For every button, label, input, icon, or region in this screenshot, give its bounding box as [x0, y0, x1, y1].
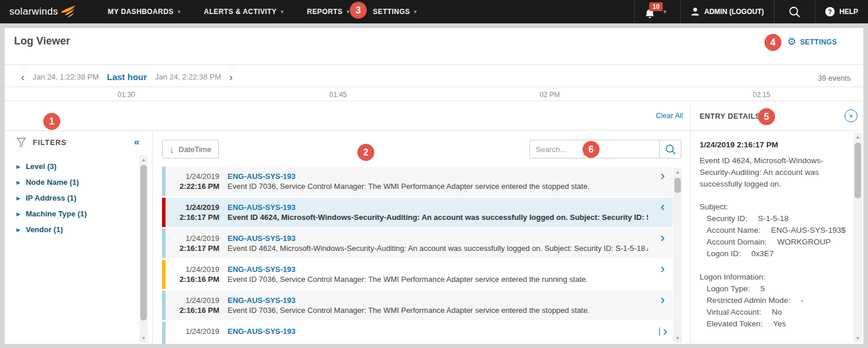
nav-my-dashboards[interactable]: MY DASHBOARDS ▾: [96, 0, 192, 23]
chevron-left-icon[interactable]: ‹: [653, 198, 673, 227]
solarwinds-logo[interactable]: solarwinds: [0, 0, 82, 23]
timeline-tick: 02:15: [753, 91, 770, 99]
solarwinds-flame-icon: [60, 5, 76, 18]
settings-label: SETTINGS: [800, 38, 837, 46]
nav-item-label: ALERTS & ACTIVITY: [204, 8, 277, 16]
events-count: 39 events: [818, 74, 850, 82]
scroll-up-icon[interactable]: ▲: [853, 135, 862, 140]
nav-item-label: MY DASHBOARDS: [108, 8, 173, 16]
scroll-down-icon[interactable]: ▼: [853, 336, 862, 341]
divider: [5, 87, 863, 87]
gear-icon: ⚙: [787, 37, 797, 47]
filter-item-vendor[interactable]: ▶ Vendor (1): [16, 222, 87, 237]
main-menu: MY DASHBOARDS ▾ ALERTS & ACTIVITY ▾ REPO…: [96, 0, 428, 23]
scroll-up-icon[interactable]: ▲: [139, 157, 148, 163]
divider: [690, 101, 691, 344]
range-start-time: Jan 24, 1:22:38 PM: [33, 73, 99, 81]
detail-field: Restricted Admin Mode:-: [700, 295, 849, 306]
detail-field: Account Name:ENG-AUS-SYS-193$: [700, 225, 849, 236]
scroll-down-icon[interactable]: ▼: [139, 336, 148, 341]
entry-node: ENG-AUS-SYS-193: [228, 233, 648, 243]
time-range-label[interactable]: Last hour: [107, 72, 147, 82]
next-time-button[interactable]: ›: [229, 73, 233, 82]
divider: [152, 131, 153, 344]
entry-message: Event ID 4624, Microsoft-Windows-Securit…: [228, 212, 648, 223]
user-icon: [691, 7, 700, 16]
entry-node: ENG-AUS-SYS-193: [228, 326, 648, 336]
filter-list: ▶ Level (3) ▶ Node Name (1) ▶ IP Address…: [16, 159, 87, 237]
entry-message: Event ID 7036, Service Control Manager: …: [228, 305, 648, 316]
scroll-up-icon[interactable]: ▲: [673, 170, 682, 175]
nav-settings[interactable]: SETTINGS ▾: [361, 0, 429, 23]
scrollbar-thumb[interactable]: [855, 143, 861, 198]
entry-date: 1/24/2019: [166, 233, 219, 243]
annotation-badge-4: 4: [764, 34, 781, 51]
log-entry-row[interactable]: 1/24/2019 2:22:16 PM ENG-AUS-SYS-193 Eve…: [162, 167, 673, 196]
entry-message: Event ID 7036, Service Control Manager: …: [228, 274, 648, 285]
chevron-right-icon[interactable]: ›: [653, 167, 673, 196]
filters-scrollbar[interactable]: ▲ ▼: [139, 156, 148, 343]
list-scrollbar[interactable]: ▲ ▼: [673, 168, 682, 343]
entry-time: 2:16:17 PM: [166, 212, 219, 223]
search-button[interactable]: [659, 140, 681, 159]
log-entry-row-selected[interactable]: 1/24/2019 2:16:17 PM ENG-AUS-SYS-193 Eve…: [162, 198, 673, 227]
collapse-panel-icon[interactable]: «: [134, 136, 139, 148]
log-entry-row[interactable]: 1/24/2019 ENG-AUS-SYS-193 |›: [162, 322, 673, 344]
notifications-button[interactable]: 10 ▾: [634, 0, 680, 23]
scrollbar-thumb[interactable]: [674, 178, 681, 193]
divider: [5, 101, 863, 101]
chevron-right-icon[interactable]: |›: [653, 322, 673, 344]
divider: [5, 130, 863, 131]
entry-date: 1/24/2019: [166, 264, 219, 274]
entry-node: ENG-AUS-SYS-193: [228, 295, 648, 305]
help-icon: ?: [825, 7, 835, 16]
details-summary: Event ID 4624, Microsoft-Windows-Securit…: [700, 155, 847, 190]
nav-item-label: REPORTS: [307, 8, 343, 16]
chevron-right-icon[interactable]: ›: [653, 291, 673, 320]
filter-item-level[interactable]: ▶ Level (3): [16, 159, 87, 174]
page-title: Log Viewer: [14, 35, 70, 47]
scroll-down-icon[interactable]: ▼: [673, 336, 682, 341]
log-entry-row[interactable]: 1/24/2019 2:16:16 PM ENG-AUS-SYS-193 Eve…: [162, 291, 673, 320]
filter-item-machine-type[interactable]: ▶ Machine Type (1): [16, 206, 87, 222]
previous-time-button[interactable]: ‹: [21, 73, 25, 82]
annotation-badge-6: 6: [583, 141, 600, 158]
clear-all-link[interactable]: Clear All: [656, 112, 683, 120]
help-label: HELP: [839, 8, 858, 16]
divider: [5, 64, 863, 65]
filter-item-ip-address[interactable]: ▶ IP Address (1): [16, 190, 87, 206]
chevron-right-icon[interactable]: ›: [653, 229, 673, 258]
timeline-tick: 02 PM: [540, 91, 560, 99]
text-cursor: |: [659, 326, 661, 336]
log-viewer-settings-link[interactable]: ⚙ SETTINGS: [787, 37, 837, 47]
notification-count-badge: 10: [649, 2, 662, 11]
help-button[interactable]: ? HELP: [815, 0, 868, 23]
filter-item-node-name[interactable]: ▶ Node Name (1): [16, 174, 87, 190]
caret-down-icon: ▾: [347, 9, 350, 15]
detail-field: Security ID:S-1-5-18: [700, 213, 849, 225]
log-entry-row[interactable]: 1/24/2019 2:16:16 PM ENG-AUS-SYS-193 Eve…: [162, 260, 673, 289]
filter-funnel-icon: [16, 137, 26, 147]
range-end-time: Jan 24, 2:22:38 PM: [155, 73, 221, 81]
annotation-badge-2: 2: [357, 144, 374, 161]
caret-down-icon: ▾: [414, 9, 417, 15]
annotation-badge-3: 3: [350, 2, 367, 19]
time-range-bar: ‹ Jan 24, 1:22:38 PM Last hour Jan 24, 2…: [21, 72, 233, 82]
nav-item-label: SETTINGS: [373, 8, 410, 16]
entry-message: Event ID 7036, Service Control Manager: …: [228, 181, 648, 192]
details-scrollbar[interactable]: ▲ ▼: [853, 133, 862, 343]
nav-search-button[interactable]: [774, 0, 815, 23]
sort-datetime-button[interactable]: ↓ DateTime: [162, 140, 219, 159]
entry-details-title: ENTRY DETAILS: [700, 112, 760, 120]
log-entry-row[interactable]: 1/24/2019 2:16:17 PM ENG-AUS-SYS-193 Eve…: [162, 229, 673, 258]
account-button[interactable]: ADMIN (LOGOUT): [680, 0, 774, 23]
chevron-right-icon[interactable]: ›: [653, 260, 673, 289]
nav-alerts-activity[interactable]: ALERTS & ACTIVITY ▾: [192, 0, 295, 23]
section-heading: Subject:: [700, 201, 849, 213]
entry-time: 2:16:16 PM: [166, 305, 219, 316]
triangle-right-icon: ▶: [16, 164, 20, 170]
scrollbar-thumb[interactable]: [140, 165, 147, 321]
detail-field: Account Domain:WORKGROUP: [700, 236, 849, 248]
entry-message: Event ID 4624, Microsoft-Windows-Securit…: [228, 243, 648, 254]
close-icon[interactable]: ×: [845, 109, 857, 122]
